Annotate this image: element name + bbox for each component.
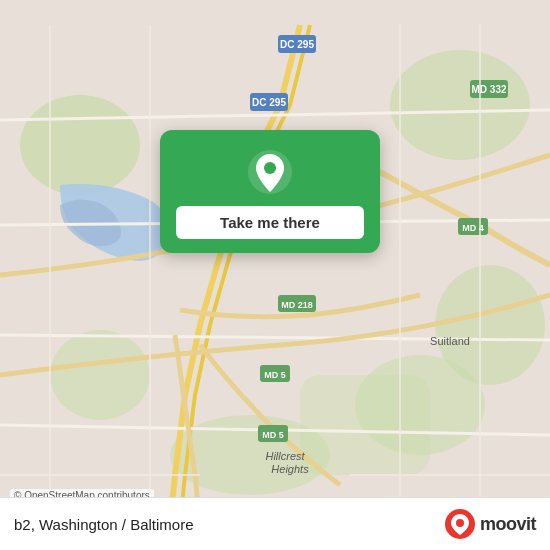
svg-point-2 [390,50,530,160]
svg-point-38 [264,162,276,174]
svg-text:DC 295: DC 295 [252,97,286,108]
svg-text:MD 5: MD 5 [264,370,286,380]
take-me-there-button[interactable]: Take me there [176,206,364,239]
svg-text:Hillcrest: Hillcrest [265,450,305,462]
svg-point-1 [20,95,140,195]
svg-point-5 [50,330,150,420]
svg-text:MD 332: MD 332 [471,84,506,95]
map-background: DC 295 DC 295 MD 332 MD 4 MD 218 MD 5 MD… [0,0,550,550]
bottom-bar: b2, Washington / Baltimore moovit [0,497,550,550]
map-pin-icon [246,148,294,196]
svg-point-40 [456,519,464,527]
svg-text:MD 5: MD 5 [262,430,284,440]
svg-text:Heights: Heights [271,463,309,475]
map-container: DC 295 DC 295 MD 332 MD 4 MD 218 MD 5 MD… [0,0,550,550]
svg-text:DC 295: DC 295 [280,39,314,50]
moovit-brand-icon [444,508,476,540]
svg-text:Suitland: Suitland [430,335,470,347]
moovit-text: moovit [480,514,536,535]
svg-text:MD 218: MD 218 [281,300,313,310]
svg-rect-7 [300,375,430,475]
location-label: b2, Washington / Baltimore [14,516,194,533]
location-card: Take me there [160,130,380,253]
moovit-logo: moovit [444,508,536,540]
